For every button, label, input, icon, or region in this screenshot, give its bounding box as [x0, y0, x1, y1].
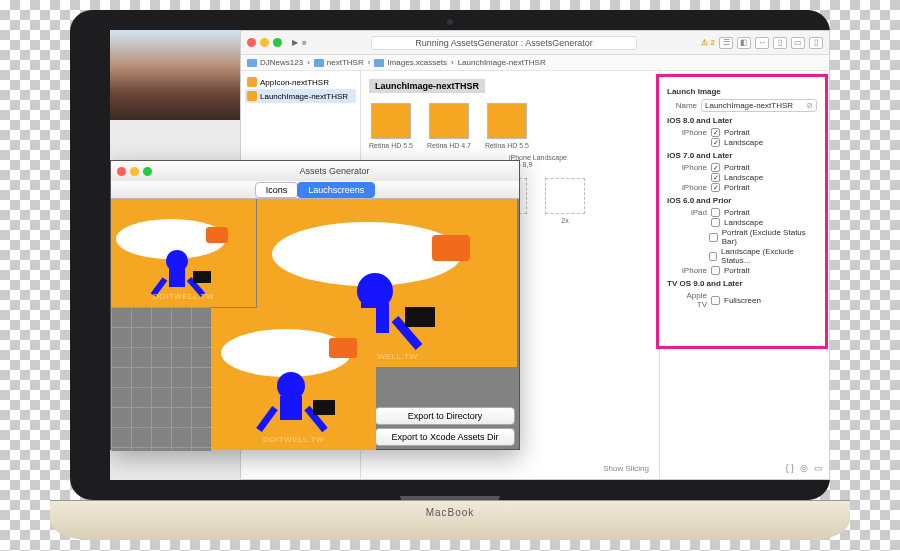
preview-tile[interactable]: DOITWELL.TW — [211, 308, 376, 450]
generator-tabs: Icons Lauchscreens — [111, 181, 519, 199]
macbook-label: MacBook — [50, 507, 850, 518]
checkbox[interactable] — [711, 208, 720, 217]
crumb-label: nextTHSR — [327, 58, 364, 67]
svg-point-2 — [166, 250, 188, 272]
nav-label: LaunchImage-nextTHSR — [260, 92, 348, 101]
checkbox[interactable] — [711, 128, 720, 137]
crumb-label: Images.xcassets — [387, 58, 447, 67]
slot-label: Retina HD 5.5 — [485, 142, 529, 150]
minimize-icon[interactable] — [260, 38, 269, 47]
checkbox[interactable] — [711, 218, 720, 227]
crumb-label: DJNews123 — [260, 58, 303, 67]
stop-icon[interactable]: ■ — [302, 38, 307, 47]
attributes-inspector: Launch Image Name LaunchImage-nextTHSR ⊘… — [659, 77, 825, 316]
svg-rect-3 — [169, 269, 185, 287]
export-directory-button[interactable]: Export to Directory — [375, 407, 515, 425]
option-label: Fullscreen — [724, 296, 761, 305]
inspector-heading: Launch Image — [667, 87, 817, 96]
show-slicing-button[interactable]: Show Slicing — [603, 464, 649, 473]
option-row: iPhonePortrait — [667, 128, 817, 137]
library-objects-icon[interactable]: { } — [785, 463, 794, 473]
nav-item-appicon[interactable]: AppIcon-nextTHSR — [245, 75, 356, 89]
close-icon[interactable] — [247, 38, 256, 47]
close-icon[interactable] — [117, 167, 126, 176]
crumb-label: LaunchImage-nextTHSR — [458, 58, 546, 67]
zoom-icon[interactable] — [143, 167, 152, 176]
preview-tile[interactable]: DOITWELL.TW — [111, 199, 256, 307]
breadcrumb[interactable]: DJNews123 › nextTHSR › Images.xcassets ›… — [241, 55, 829, 71]
checkbox[interactable] — [709, 233, 718, 242]
run-icon[interactable]: ▶ — [292, 38, 298, 47]
imageset-icon — [247, 91, 257, 101]
warning-badge[interactable]: ⚠ 2 — [701, 38, 715, 47]
option-row: Landscape — [667, 138, 817, 147]
device-label: iPhone — [677, 183, 707, 192]
svg-point-16 — [277, 372, 305, 400]
macbook-base: MacBook — [50, 500, 850, 540]
checkbox[interactable] — [711, 173, 720, 182]
slot[interactable]: Retina HD 5.5 — [485, 103, 529, 150]
section-heading: iOS 6.0 and Prior — [667, 196, 817, 205]
slot[interactable]: Retina HD 4.7 — [427, 103, 471, 150]
option-row: Landscape — [667, 173, 817, 182]
editor-version-icon[interactable]: ↔ — [755, 37, 769, 49]
option-label: Landscape (Exclude Status... — [721, 247, 817, 265]
inspector-highlight: Launch Image Name LaunchImage-nextTHSR ⊘… — [656, 74, 828, 349]
svg-rect-1 — [206, 227, 228, 243]
generator-toolbar: Assets Generator — [111, 161, 519, 181]
option-label: Landscape — [724, 218, 763, 227]
imageset-icon — [247, 77, 257, 87]
xcode-toolbar: ▶ ■ Running AssetsGenerator : AssetsGene… — [241, 31, 829, 55]
svg-line-18 — [259, 408, 275, 430]
section-heading: iOS 8.0 and Later — [667, 116, 817, 125]
name-field[interactable]: LaunchImage-nextTHSR ⊘ — [701, 99, 817, 112]
screen-bezel: ▶ ■ Running AssetsGenerator : AssetsGene… — [70, 10, 830, 500]
option-label: Portrait — [724, 128, 750, 137]
section-heading: TV OS 9.0 and Later — [667, 279, 817, 288]
library-snippets-icon[interactable]: ▭ — [814, 463, 823, 473]
panel-left-icon[interactable]: ▯ — [773, 37, 787, 49]
option-label: Landscape — [724, 138, 763, 147]
zoom-icon[interactable] — [273, 38, 282, 47]
svg-rect-20 — [313, 400, 335, 415]
option-row: Portrait (Exclude Status Bar) — [667, 228, 817, 246]
panel-right-icon[interactable]: ▯ — [809, 37, 823, 49]
section-heading: iOS 7.0 and Later — [667, 151, 817, 160]
minimize-icon[interactable] — [130, 167, 139, 176]
option-row: Landscape (Exclude Status... — [667, 247, 817, 265]
slot[interactable]: Retina HD 5.5 — [369, 103, 413, 150]
name-label: Name — [667, 101, 697, 110]
slot[interactable]: 2x — [543, 178, 587, 225]
tab-icons[interactable]: Icons — [255, 182, 299, 198]
macbook-frame: ▶ ■ Running AssetsGenerator : AssetsGene… — [50, 10, 850, 540]
desktop: ▶ ■ Running AssetsGenerator : AssetsGene… — [110, 30, 830, 480]
checkbox[interactable] — [711, 296, 720, 305]
checkbox[interactable] — [711, 183, 720, 192]
checkbox[interactable] — [711, 163, 720, 172]
option-label: Portrait — [724, 266, 750, 275]
watermark: DOITWELL.TW — [111, 292, 256, 301]
editor-assistant-icon[interactable]: ◧ — [737, 37, 751, 49]
option-row: iPhonePortrait — [667, 266, 817, 275]
panel-bottom-icon[interactable]: ▭ — [791, 37, 805, 49]
option-row: iPhonePortrait — [667, 183, 817, 192]
clear-icon[interactable]: ⊘ — [806, 101, 813, 110]
folder-icon — [374, 59, 384, 67]
checkbox[interactable] — [711, 138, 720, 147]
export-xcode-button[interactable]: Export to Xcode Assets Dir — [375, 428, 515, 446]
tab-launchscreens[interactable]: Lauchscreens — [297, 182, 375, 198]
device-label: iPhone — [677, 266, 707, 275]
editor-standard-icon[interactable]: ☰ — [719, 37, 733, 49]
slot-row-top: Retina HD 5.5 Retina HD 4.7 Retina HD 5.… — [369, 103, 629, 150]
nav-item-launchimage[interactable]: LaunchImage-nextTHSR — [245, 89, 356, 103]
folder-icon — [247, 59, 257, 67]
window-title: Assets Generator — [156, 166, 513, 176]
option-label: Portrait — [724, 208, 750, 217]
device-label: iPhone — [677, 128, 707, 137]
svg-rect-13 — [405, 307, 435, 327]
checkbox[interactable] — [711, 266, 720, 275]
option-row: iPhonePortrait — [667, 163, 817, 172]
checkbox[interactable] — [709, 252, 717, 261]
library-media-icon[interactable]: ◎ — [800, 463, 808, 473]
launch-art-icon — [211, 308, 376, 450]
